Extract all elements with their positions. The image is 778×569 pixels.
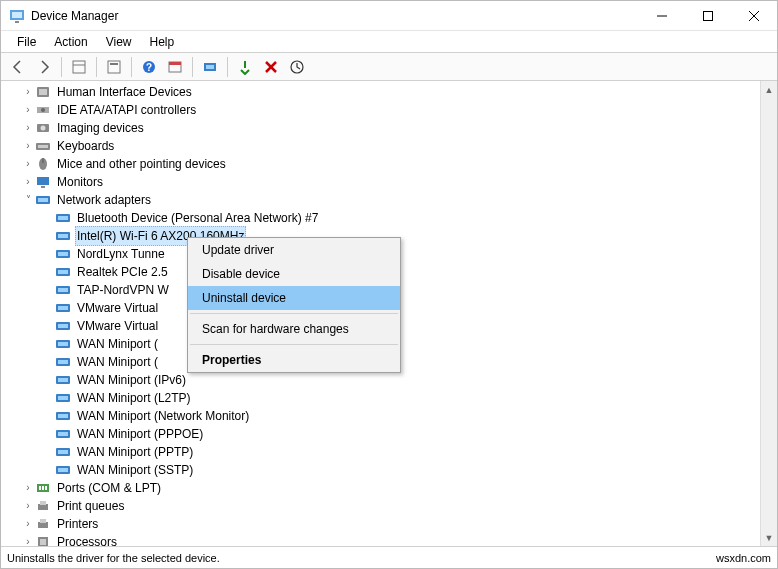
expander-spacer: · [41,263,55,281]
tree-category-kbd[interactable]: › Keyboards [1,137,777,155]
tree-item-label: Realtek PCIe 2.5 [75,263,170,281]
tree-item[interactable]: · WAN Miniport (PPTP) [1,443,777,461]
network-adapter-icon [55,282,71,298]
expander-icon[interactable]: › [21,137,35,155]
network-adapter-icon [55,390,71,406]
network-adapter-icon [55,246,71,262]
tree-item-label: WAN Miniport ( [75,335,160,353]
expander-spacer: · [41,281,55,299]
tree-item-label: WAN Miniport (L2TP) [75,389,193,407]
expander-icon[interactable]: ˅ [21,191,35,209]
expander-icon[interactable]: › [21,533,35,546]
tree-item[interactable]: · WAN Miniport (IPv6) [1,371,777,389]
tree-panel: › Human Interface Devices › IDE ATA/ATAP… [1,81,777,546]
tree-item[interactable]: · WAN Miniport (SSTP) [1,461,777,479]
scroll-down-icon[interactable]: ▼ [761,529,777,546]
menu-help[interactable]: Help [142,33,183,51]
menu-action[interactable]: Action [46,33,95,51]
tree-item[interactable]: · WAN Miniport (L2TP) [1,389,777,407]
network-adapter-icon [55,354,71,370]
tree-category-label: Imaging devices [55,119,146,137]
context-menu-item[interactable]: Scan for hardware changes [188,317,400,341]
expander-icon[interactable]: › [21,497,35,515]
toolbar: ? [1,53,777,81]
svg-text:?: ? [146,62,152,73]
network-adapter-icon [55,408,71,424]
tree-item[interactable]: · WAN Miniport (PPPOE) [1,425,777,443]
tree-category-img[interactable]: › Imaging devices [1,119,777,137]
context-menu-item[interactable]: Uninstall device [188,286,400,310]
network-adapter-icon [55,318,71,334]
expander-icon[interactable]: › [21,173,35,191]
update-driver-button[interactable] [198,55,222,79]
expander-spacer: · [41,443,55,461]
tree-category-pq[interactable]: › Print queues [1,497,777,515]
show-hide-tree-button[interactable] [67,55,91,79]
cpu-icon [35,534,51,546]
svg-rect-24 [15,21,19,23]
context-menu-item[interactable]: Update driver [188,238,400,262]
mon-icon [35,174,51,190]
tree-category-mouse[interactable]: › Mice and other pointing devices [1,155,777,173]
properties-button[interactable] [102,55,126,79]
tree-item-label: WAN Miniport ( [75,353,160,371]
tree-item[interactable]: · WAN Miniport (Network Monitor) [1,407,777,425]
expander-icon[interactable]: › [21,119,35,137]
ide-icon [35,102,51,118]
close-button[interactable] [731,1,777,31]
tree-item-label: VMware Virtual [75,317,160,335]
context-menu-separator [190,344,398,345]
uninstall-device-button[interactable] [259,55,283,79]
print-icon [35,498,51,514]
context-menu-item[interactable]: Properties [188,348,400,372]
tree-category-hid[interactable]: › Human Interface Devices [1,83,777,101]
kbd-icon [35,138,51,154]
forward-button[interactable] [32,55,56,79]
tree-category-label: Printers [55,515,100,533]
network-adapter-icon [55,228,71,244]
toolbar-separator [227,57,228,77]
expander-icon[interactable]: › [21,83,35,101]
tree-category-mon[interactable]: › Monitors [1,173,777,191]
tree-category-label: Human Interface Devices [55,83,194,101]
expander-spacer: · [41,317,55,335]
scan-hardware-button[interactable] [285,55,309,79]
expander-icon[interactable]: › [21,101,35,119]
expander-icon[interactable]: › [21,479,35,497]
back-button[interactable] [6,55,30,79]
maximize-button[interactable] [685,1,731,31]
tree-item-label: TAP-NordVPN W [75,281,171,299]
expander-spacer: · [41,407,55,425]
tree-category-ide[interactable]: › IDE ATA/ATAPI controllers [1,101,777,119]
tree-category-ports[interactable]: › Ports (COM & LPT) [1,479,777,497]
svg-rect-29 [73,61,85,73]
tree-item[interactable]: · Bluetooth Device (Personal Area Networ… [1,209,777,227]
toolbar-separator [61,57,62,77]
help-button[interactable]: ? [137,55,161,79]
context-menu-item[interactable]: Disable device [188,262,400,286]
action-button[interactable] [163,55,187,79]
scroll-up-icon[interactable]: ▲ [761,81,777,98]
tree-item-label: WAN Miniport (Network Monitor) [75,407,251,425]
tree-category-label: Processors [55,533,119,546]
tree-item-label: WAN Miniport (PPTP) [75,443,195,461]
network-adapter-icon [55,210,71,226]
tree-category-cpu[interactable]: › Processors [1,533,777,546]
svg-rect-32 [110,63,118,65]
menu-view[interactable]: View [98,33,140,51]
expander-icon[interactable]: › [21,515,35,533]
tree-category-pr[interactable]: › Printers [1,515,777,533]
tree-category-label: Ports (COM & LPT) [55,479,163,497]
minimize-button[interactable] [639,1,685,31]
network-adapter-icon [55,462,71,478]
titlebar: Device Manager [1,1,777,31]
network-adapter-icon [55,372,71,388]
enable-device-button[interactable] [233,55,257,79]
toolbar-separator [96,57,97,77]
vertical-scrollbar[interactable]: ▲ ▼ [760,81,777,546]
menu-file[interactable]: File [9,33,44,51]
expander-icon[interactable]: › [21,155,35,173]
tree-category-net[interactable]: ˅ Network adapters [1,191,777,209]
status-text: Uninstalls the driver for the selected d… [7,552,220,564]
expander-spacer: · [41,245,55,263]
